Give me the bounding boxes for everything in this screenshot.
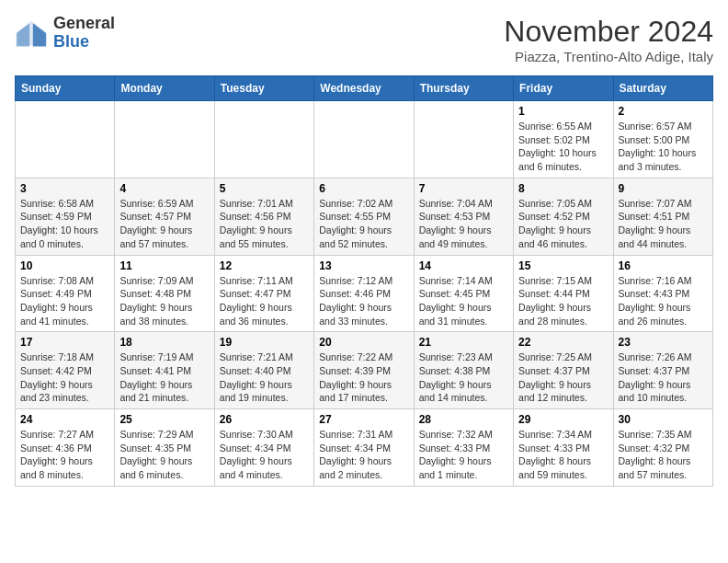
calendar-cell: 30Sunrise: 7:35 AM Sunset: 4:32 PM Dayli… bbox=[613, 409, 712, 487]
day-number: 13 bbox=[319, 259, 408, 272]
calendar-cell bbox=[214, 101, 313, 178]
calendar-week-row: 24Sunrise: 7:27 AM Sunset: 4:36 PM Dayli… bbox=[16, 409, 713, 487]
calendar-cell: 2Sunrise: 6:57 AM Sunset: 5:00 PM Daylig… bbox=[613, 101, 712, 178]
day-info: Sunrise: 7:25 AM Sunset: 4:37 PM Dayligh… bbox=[518, 350, 608, 405]
day-number: 18 bbox=[119, 336, 209, 349]
day-info: Sunrise: 7:21 AM Sunset: 4:40 PM Dayligh… bbox=[220, 350, 309, 405]
calendar-cell: 22Sunrise: 7:25 AM Sunset: 4:37 PM Dayli… bbox=[514, 332, 613, 409]
day-info: Sunrise: 7:31 AM Sunset: 4:34 PM Dayligh… bbox=[319, 428, 408, 482]
calendar-cell bbox=[314, 101, 414, 178]
day-number: 7 bbox=[419, 182, 508, 195]
day-number: 14 bbox=[419, 259, 508, 272]
title-block: November 2024 Piazza, Trentino-Alto Adig… bbox=[504, 15, 713, 64]
day-info: Sunrise: 7:32 AM Sunset: 4:33 PM Dayligh… bbox=[419, 428, 508, 482]
logo-general: General bbox=[53, 14, 115, 32]
day-number: 29 bbox=[518, 413, 608, 426]
calendar-cell: 21Sunrise: 7:23 AM Sunset: 4:38 PM Dayli… bbox=[414, 332, 513, 409]
day-number: 17 bbox=[20, 336, 109, 349]
day-info: Sunrise: 7:08 AM Sunset: 4:49 PM Dayligh… bbox=[20, 274, 109, 328]
calendar-cell: 5Sunrise: 7:01 AM Sunset: 4:56 PM Daylig… bbox=[214, 178, 313, 255]
calendar-cell: 23Sunrise: 7:26 AM Sunset: 4:37 PM Dayli… bbox=[613, 332, 712, 409]
day-number: 25 bbox=[119, 413, 209, 426]
day-number: 11 bbox=[119, 259, 209, 272]
day-info: Sunrise: 6:55 AM Sunset: 5:02 PM Dayligh… bbox=[518, 120, 608, 174]
day-info: Sunrise: 7:05 AM Sunset: 4:52 PM Dayligh… bbox=[518, 197, 608, 251]
calendar-week-row: 17Sunrise: 7:18 AM Sunset: 4:42 PM Dayli… bbox=[16, 332, 713, 409]
calendar-cell: 24Sunrise: 7:27 AM Sunset: 4:36 PM Dayli… bbox=[16, 409, 115, 487]
day-number: 24 bbox=[20, 413, 109, 426]
day-number: 1 bbox=[518, 105, 608, 118]
day-number: 4 bbox=[119, 182, 209, 195]
col-header-friday: Friday bbox=[514, 76, 613, 101]
day-number: 10 bbox=[20, 259, 109, 272]
day-info: Sunrise: 7:04 AM Sunset: 4:53 PM Dayligh… bbox=[419, 197, 508, 251]
calendar-cell: 27Sunrise: 7:31 AM Sunset: 4:34 PM Dayli… bbox=[314, 409, 414, 487]
calendar-cell: 13Sunrise: 7:12 AM Sunset: 4:46 PM Dayli… bbox=[314, 255, 414, 332]
calendar-cell: 29Sunrise: 7:34 AM Sunset: 4:33 PM Dayli… bbox=[514, 409, 613, 487]
calendar-cell: 20Sunrise: 7:22 AM Sunset: 4:39 PM Dayli… bbox=[314, 332, 414, 409]
day-info: Sunrise: 7:02 AM Sunset: 4:55 PM Dayligh… bbox=[319, 197, 408, 251]
day-info: Sunrise: 7:07 AM Sunset: 4:51 PM Dayligh… bbox=[619, 197, 708, 251]
page-header: General Blue November 2024 Piazza, Trent… bbox=[15, 15, 713, 64]
calendar-cell: 17Sunrise: 7:18 AM Sunset: 4:42 PM Dayli… bbox=[16, 332, 115, 409]
col-header-thursday: Thursday bbox=[414, 76, 513, 101]
day-info: Sunrise: 7:16 AM Sunset: 4:43 PM Dayligh… bbox=[619, 274, 708, 328]
day-number: 8 bbox=[518, 182, 608, 195]
day-info: Sunrise: 7:12 AM Sunset: 4:46 PM Dayligh… bbox=[319, 274, 408, 328]
day-number: 21 bbox=[419, 336, 508, 349]
day-info: Sunrise: 7:18 AM Sunset: 4:42 PM Dayligh… bbox=[20, 350, 109, 405]
calendar-cell: 16Sunrise: 7:16 AM Sunset: 4:43 PM Dayli… bbox=[613, 255, 712, 332]
day-number: 16 bbox=[619, 259, 708, 272]
day-number: 22 bbox=[518, 336, 608, 349]
col-header-tuesday: Tuesday bbox=[214, 76, 313, 101]
day-number: 30 bbox=[619, 413, 708, 426]
calendar-cell: 4Sunrise: 6:59 AM Sunset: 4:57 PM Daylig… bbox=[115, 178, 214, 255]
day-info: Sunrise: 7:09 AM Sunset: 4:48 PM Dayligh… bbox=[119, 274, 209, 328]
calendar: SundayMondayTuesdayWednesdayThursdayFrid… bbox=[15, 75, 713, 487]
col-header-monday: Monday bbox=[115, 76, 214, 101]
calendar-cell: 15Sunrise: 7:15 AM Sunset: 4:44 PM Dayli… bbox=[514, 255, 613, 332]
day-number: 5 bbox=[220, 182, 309, 195]
calendar-week-row: 10Sunrise: 7:08 AM Sunset: 4:49 PM Dayli… bbox=[16, 255, 713, 332]
day-number: 19 bbox=[220, 336, 309, 349]
calendar-cell: 28Sunrise: 7:32 AM Sunset: 4:33 PM Dayli… bbox=[414, 409, 513, 487]
day-info: Sunrise: 7:14 AM Sunset: 4:45 PM Dayligh… bbox=[419, 274, 508, 328]
day-info: Sunrise: 7:15 AM Sunset: 4:44 PM Dayligh… bbox=[518, 274, 608, 328]
day-number: 2 bbox=[619, 105, 708, 118]
calendar-cell: 7Sunrise: 7:04 AM Sunset: 4:53 PM Daylig… bbox=[414, 178, 513, 255]
day-number: 12 bbox=[220, 259, 309, 272]
day-info: Sunrise: 6:57 AM Sunset: 5:00 PM Dayligh… bbox=[619, 120, 708, 174]
day-info: Sunrise: 6:58 AM Sunset: 4:59 PM Dayligh… bbox=[20, 197, 109, 251]
day-number: 6 bbox=[319, 182, 408, 195]
location: Piazza, Trentino-Alto Adige, Italy bbox=[504, 49, 713, 64]
day-info: Sunrise: 7:27 AM Sunset: 4:36 PM Dayligh… bbox=[20, 428, 109, 482]
calendar-cell: 19Sunrise: 7:21 AM Sunset: 4:40 PM Dayli… bbox=[214, 332, 313, 409]
day-number: 9 bbox=[619, 182, 708, 195]
day-number: 15 bbox=[518, 259, 608, 272]
day-number: 26 bbox=[220, 413, 309, 426]
calendar-cell: 25Sunrise: 7:29 AM Sunset: 4:35 PM Dayli… bbox=[115, 409, 214, 487]
day-info: Sunrise: 7:29 AM Sunset: 4:35 PM Dayligh… bbox=[119, 428, 209, 482]
logo-blue: Blue bbox=[53, 32, 89, 51]
day-number: 3 bbox=[20, 182, 109, 195]
day-info: Sunrise: 7:34 AM Sunset: 4:33 PM Dayligh… bbox=[518, 428, 608, 482]
col-header-sunday: Sunday bbox=[16, 76, 115, 101]
calendar-cell bbox=[16, 101, 115, 178]
day-number: 23 bbox=[619, 336, 708, 349]
calendar-cell: 12Sunrise: 7:11 AM Sunset: 4:47 PM Dayli… bbox=[214, 255, 313, 332]
day-info: Sunrise: 7:19 AM Sunset: 4:41 PM Dayligh… bbox=[119, 350, 209, 405]
day-number: 28 bbox=[419, 413, 508, 426]
day-info: Sunrise: 6:59 AM Sunset: 4:57 PM Dayligh… bbox=[119, 197, 209, 251]
logo-icon bbox=[15, 17, 48, 50]
calendar-week-row: 1Sunrise: 6:55 AM Sunset: 5:02 PM Daylig… bbox=[16, 101, 713, 178]
day-info: Sunrise: 7:22 AM Sunset: 4:39 PM Dayligh… bbox=[319, 350, 408, 405]
calendar-week-row: 3Sunrise: 6:58 AM Sunset: 4:59 PM Daylig… bbox=[16, 178, 713, 255]
calendar-cell: 1Sunrise: 6:55 AM Sunset: 5:02 PM Daylig… bbox=[514, 101, 613, 178]
day-info: Sunrise: 7:01 AM Sunset: 4:56 PM Dayligh… bbox=[220, 197, 309, 251]
day-info: Sunrise: 7:26 AM Sunset: 4:37 PM Dayligh… bbox=[619, 350, 708, 405]
calendar-cell bbox=[115, 101, 214, 178]
day-info: Sunrise: 7:30 AM Sunset: 4:34 PM Dayligh… bbox=[220, 428, 309, 482]
calendar-cell: 14Sunrise: 7:14 AM Sunset: 4:45 PM Dayli… bbox=[414, 255, 513, 332]
col-header-saturday: Saturday bbox=[613, 76, 712, 101]
calendar-cell: 11Sunrise: 7:09 AM Sunset: 4:48 PM Dayli… bbox=[115, 255, 214, 332]
